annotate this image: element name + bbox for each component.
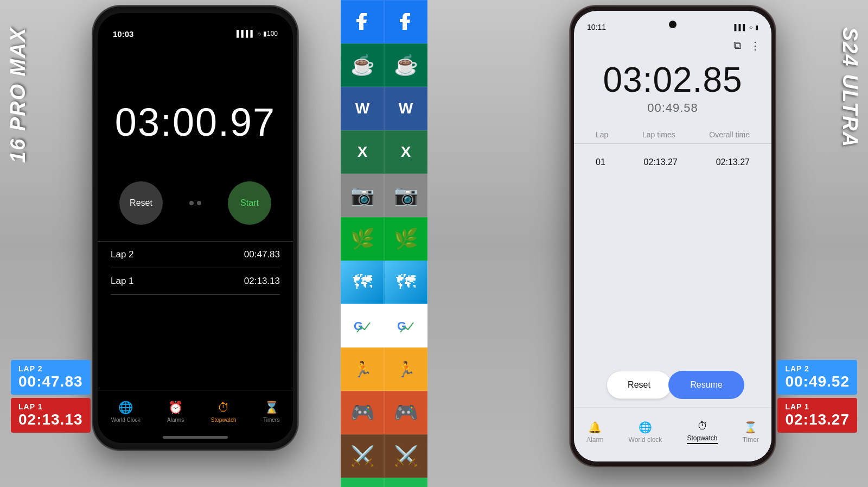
app-row-maps: 🗺 🗺 xyxy=(341,261,427,304)
samsung-tab-stopwatch[interactable]: ⏱ Stopwatch xyxy=(687,420,717,444)
score-lap1-label-left: LAP 1 xyxy=(18,402,83,411)
more-icon[interactable]: ⋮ xyxy=(750,39,761,52)
app-row-starbucks: ☕ ☕ xyxy=(341,43,427,87)
worldclock-label: World clock xyxy=(629,436,662,444)
lap1-time: 02:13.13 xyxy=(244,276,280,287)
app-icon-subway-left[interactable]: 🏃 xyxy=(341,347,384,391)
app-row-facebook xyxy=(341,0,427,43)
app-icon-camera-left[interactable]: 📷 xyxy=(341,174,384,217)
score-lap2-time-left: 00:47.83 xyxy=(18,373,83,390)
right-device-label: S24 ULTRA xyxy=(838,27,861,148)
samsung-wifi-icon: ⟐ xyxy=(749,24,753,30)
iphone-tab-stopwatch[interactable]: ⏱ Stopwatch xyxy=(211,401,237,423)
app-icon-starbucks-right[interactable]: ☕ xyxy=(384,43,427,87)
app-row-word: W W xyxy=(341,87,427,130)
iphone-device: 10:03 ▌▌▌▌ ⟐ ▮100 03:00.97 Reset Start L… xyxy=(92,5,298,451)
timers-label: Timers xyxy=(263,417,279,423)
samsung-device: 10:11 ▌▌▌ ⟐ ▮ ⧉ ⋮ 03:02.85 00:49.58 Lap … xyxy=(570,5,776,467)
app-icon-facebook-right[interactable] xyxy=(384,0,427,43)
dot-1 xyxy=(189,201,194,205)
samsung-camera-hole xyxy=(669,21,676,28)
app-icon-facebook-left[interactable] xyxy=(341,0,384,43)
stopwatch-label: Stopwatch xyxy=(211,417,237,423)
signal-icon: ▌▌▌▌ xyxy=(237,30,255,37)
samsung-clock: 10:11 xyxy=(587,23,606,31)
app-icon-game1-left[interactable]: 🎮 xyxy=(341,391,384,434)
app-icon-camera-right[interactable]: 📷 xyxy=(384,174,427,217)
iphone-tab-timers[interactable]: ⌛ Timers xyxy=(263,401,279,423)
score-box-right: LAP 2 00:49.52 LAP 1 02:13.27 xyxy=(777,360,857,433)
score-lap1-label-right: LAP 1 xyxy=(785,402,850,411)
lap2-time: 00:47.83 xyxy=(244,249,280,260)
iphone-lap-row-2: Lap 2 00:47.83 xyxy=(111,242,280,268)
app-row-game1: 🎮 🎮 xyxy=(341,391,427,434)
samsung-reset-button[interactable]: Reset xyxy=(607,371,672,399)
worldclock-label: World Clock xyxy=(111,417,141,423)
score-lap1-right: LAP 1 02:13.27 xyxy=(777,398,857,433)
samsung-table-header: Lap Lap times Overall time xyxy=(574,130,771,144)
iphone-start-button[interactable]: Start xyxy=(228,181,271,225)
timer-label: Timer xyxy=(743,436,759,444)
app-row-subway: 🏃 🏃 xyxy=(341,347,427,391)
samsung-toolbar: ⧉ ⋮ xyxy=(733,39,761,52)
stopwatch-tab-label: Stopwatch xyxy=(687,434,717,442)
score-lap1-left: LAP 1 02:13.13 xyxy=(11,398,91,433)
iphone-screen: 10:03 ▌▌▌▌ ⟐ ▮100 03:00.97 Reset Start L… xyxy=(98,13,293,443)
alarm-icon: 🔔 xyxy=(588,421,602,434)
iphone-tab-bar: 🌐 World Clock ⏰ Alarms ⏱ Stopwatch ⌛ Tim… xyxy=(98,390,293,433)
app-row-evernote: 🌿 🌿 xyxy=(341,217,427,261)
iphone-reset-button[interactable]: Reset xyxy=(119,181,163,225)
score-lap2-label-right: LAP 2 xyxy=(785,364,850,373)
worldclock-icon: 🌐 xyxy=(118,401,133,415)
score-lap2-left: LAP 2 00:47.83 xyxy=(11,360,91,395)
app-icon-spotify-left[interactable]: ♫ xyxy=(341,478,384,487)
samsung-screen: 10:11 ▌▌▌ ⟐ ▮ ⧉ ⋮ 03:02.85 00:49.58 Lap … xyxy=(574,11,771,461)
iphone-main-time: 03:00.97 xyxy=(98,100,293,144)
app-icon-gfinance-right[interactable]: G xyxy=(384,304,427,347)
app-icon-gfinance-left[interactable]: G xyxy=(341,304,384,347)
app-icon-game1-right[interactable]: 🎮 xyxy=(384,391,427,434)
iphone-tab-worldclock[interactable]: 🌐 World Clock xyxy=(111,401,141,423)
app-icon-word-left[interactable]: W xyxy=(341,87,384,130)
iphone-notch xyxy=(163,21,228,40)
samsung-signal-icon: ▌▌▌ xyxy=(735,24,747,30)
alarms-label: Alarms xyxy=(167,417,184,423)
iphone-laps: Lap 2 00:47.83 Lap 1 02:13.13 xyxy=(98,241,293,295)
app-icon-game2-right[interactable]: ⚔️ xyxy=(384,434,427,478)
samsung-resume-button[interactable]: Resume xyxy=(668,371,744,399)
app-icon-excel-right[interactable]: X xyxy=(384,130,427,174)
samsung-tab-worldclock[interactable]: 🌐 World clock xyxy=(629,421,662,444)
samsung-tab-alarm[interactable]: 🔔 Alarm xyxy=(586,421,603,444)
row1-lap-time: 02:13.27 xyxy=(644,157,678,167)
app-icon-maps-left[interactable]: 🗺 xyxy=(341,261,384,304)
left-device-label: 16 PRO MAX xyxy=(7,27,30,163)
wifi-icon: ⟐ xyxy=(257,30,261,37)
iphone-page-dots xyxy=(189,201,201,205)
samsung-battery-icon: ▮ xyxy=(755,24,758,31)
samsung-main-time: 03:02.85 xyxy=(574,60,771,100)
app-icon-game2-left[interactable]: ⚔️ xyxy=(341,434,384,478)
samsung-tab-timer[interactable]: ⌛ Timer xyxy=(743,421,759,444)
app-icon-excel-left[interactable]: X xyxy=(341,130,384,174)
app-icon-spotify-right[interactable]: ♫ xyxy=(384,478,427,487)
iphone-status-icons: ▌▌▌▌ ⟐ ▮100 xyxy=(237,30,278,37)
app-icon-maps-right[interactable]: 🗺 xyxy=(384,261,427,304)
samsung-lap-row-1: 01 02:13.27 02:13.27 xyxy=(574,153,771,167)
iphone-tab-alarms[interactable]: ⏰ Alarms xyxy=(167,401,184,423)
app-row-excel: X X xyxy=(341,130,427,174)
score-box-left: LAP 2 00:47.83 LAP 1 02:13.13 xyxy=(11,360,91,433)
row1-lap: 01 xyxy=(596,157,605,167)
app-icon-starbucks-left[interactable]: ☕ xyxy=(341,43,384,87)
app-icon-evernote-right[interactable]: 🌿 xyxy=(384,217,427,261)
app-icon-subway-right[interactable]: 🏃 xyxy=(384,347,427,391)
iphone-lap-row-1: Lap 1 02:13.13 xyxy=(111,268,280,295)
battery-icon: ▮100 xyxy=(263,30,278,37)
app-row-spotify: ♫ ♫ xyxy=(341,478,427,487)
col-overall: Overall time xyxy=(709,130,750,139)
iphone-controls: Reset Start xyxy=(98,181,293,225)
col-lap-times: Lap times xyxy=(642,130,675,139)
copy-icon[interactable]: ⧉ xyxy=(733,39,741,52)
samsung-tab-bar: 🔔 Alarm 🌐 World clock ⏱ Stopwatch ⌛ Time… xyxy=(574,407,771,461)
app-icon-word-right[interactable]: W xyxy=(384,87,427,130)
app-icon-evernote-left[interactable]: 🌿 xyxy=(341,217,384,261)
